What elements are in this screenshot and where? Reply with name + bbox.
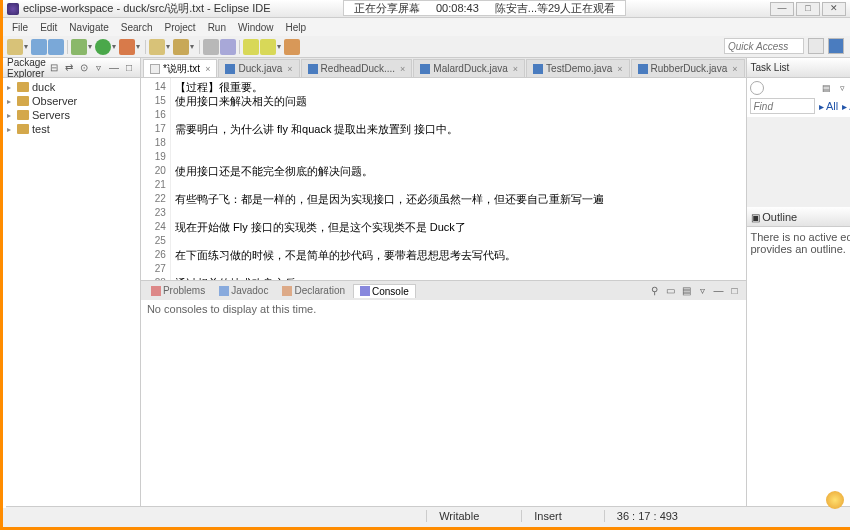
main-toolbar: ▾ ▾ ▾ ▾ ▾ ▾ ▾ — [3, 36, 850, 58]
status-bar: Writable Insert 36 : 17 : 493 — [6, 506, 850, 524]
open-icon[interactable]: ▤ — [680, 284, 694, 298]
quick-access-input[interactable] — [724, 38, 804, 54]
nav-back-icon[interactable] — [243, 39, 259, 55]
menu-help[interactable]: Help — [281, 22, 312, 33]
close-tab-icon[interactable]: × — [513, 64, 518, 74]
task-all-link[interactable]: ▸ All — [819, 100, 838, 112]
menu-window[interactable]: Window — [233, 22, 279, 33]
code-line[interactable] — [175, 206, 742, 220]
close-tab-icon[interactable]: × — [732, 64, 737, 74]
max-icon[interactable]: □ — [728, 284, 742, 298]
tip-icon[interactable] — [826, 491, 844, 509]
menu-search[interactable]: Search — [116, 22, 158, 33]
coverage-icon[interactable] — [119, 39, 135, 55]
search-icon[interactable] — [220, 39, 236, 55]
project-tree[interactable]: ▸duck▸Observer▸Servers▸test — [3, 78, 140, 508]
code-line[interactable]: 使用接口来解决相关的问题 — [175, 94, 742, 108]
console-view[interactable]: No consoles to display at this time. — [141, 300, 746, 508]
menu-project[interactable]: Project — [160, 22, 201, 33]
min-icon[interactable]: — — [712, 284, 726, 298]
code-line[interactable] — [175, 136, 742, 150]
editor-tab[interactable]: *说明.txt× — [143, 59, 218, 77]
tasklist-header: Task List — □ — [747, 58, 851, 78]
open-type-icon[interactable] — [203, 39, 219, 55]
code-line[interactable] — [175, 234, 742, 248]
display-icon[interactable]: ▭ — [664, 284, 678, 298]
close-tab-icon[interactable]: × — [400, 64, 405, 74]
tree-node-test[interactable]: ▸test — [7, 122, 136, 136]
menu-file[interactable]: File — [7, 22, 33, 33]
code-line[interactable]: 在下面练习做的时候，不是简单的抄代码，要带着思想思考去写代码。 — [175, 248, 742, 262]
view-tab-problems[interactable]: Problems — [145, 284, 211, 297]
outline-title: ▣ Outline — [751, 211, 851, 223]
link-editor-icon[interactable]: ⇄ — [62, 61, 76, 75]
code-line[interactable]: 需要明白，为什么讲 fly 和quack 提取出来放置到 接口中。 — [175, 122, 742, 136]
code-line[interactable]: 【过程】很重要。 — [175, 80, 742, 94]
editor-tab[interactable]: RubberDuck.java× — [631, 59, 745, 77]
view-menu-icon[interactable]: ▿ — [92, 61, 106, 75]
editor-tab[interactable]: TestDemo.java× — [526, 59, 629, 77]
editor-tab[interactable]: MalardDuck.java× — [413, 59, 525, 77]
run-icon[interactable] — [95, 39, 111, 55]
line-gutter: 1415161718192021222324252627282930313233… — [141, 78, 171, 280]
view-tab-declaration[interactable]: Declaration — [276, 284, 351, 297]
file-icon — [225, 64, 235, 74]
pin-icon[interactable] — [284, 39, 300, 55]
code-line[interactable] — [175, 150, 742, 164]
perspective-resource-icon[interactable] — [808, 38, 824, 54]
task-filter-icon[interactable]: ▿ — [836, 81, 850, 95]
focus-icon[interactable]: ⊙ — [77, 61, 91, 75]
collapse-all-icon[interactable]: ⊟ — [47, 61, 61, 75]
debug-icon[interactable] — [71, 39, 87, 55]
code-line[interactable] — [175, 262, 742, 276]
task-activate-link[interactable]: ▸ Activate... — [842, 100, 850, 112]
new-icon[interactable] — [7, 39, 23, 55]
menu-edit[interactable]: Edit — [35, 22, 62, 33]
tree-node-observer[interactable]: ▸Observer — [7, 94, 136, 108]
code-line[interactable]: 使用接口还是不能完全彻底的解决问题。 — [175, 164, 742, 178]
new-class-icon[interactable] — [173, 39, 189, 55]
minimize-button[interactable]: — — [770, 2, 794, 16]
close-tab-icon[interactable]: × — [287, 64, 292, 74]
left-pane: Package Explorer ⊟ ⇄ ⊙ ▿ — □ ▸duck▸Obser… — [3, 58, 141, 508]
minimize-view-icon[interactable]: — — [107, 61, 121, 75]
quick-access — [724, 38, 844, 54]
text-editor[interactable]: 1415161718192021222324252627282930313233… — [141, 78, 746, 280]
code-line[interactable]: 有些鸭子飞：都是一样的，但是因为实现接口，还必须虽然一样，但还要自己重新写一遍 — [175, 192, 742, 206]
perspective-java-icon[interactable] — [828, 38, 844, 54]
editor-tab[interactable]: Duck.java× — [218, 59, 299, 77]
tree-node-servers[interactable]: ▸Servers — [7, 108, 136, 122]
close-button[interactable]: ✕ — [822, 2, 846, 16]
tasklist-title: Task List — [751, 62, 851, 73]
code-line[interactable]: 现在开始做 Fly 接口的实现类，但是这个实现类不是 Duck了 — [175, 220, 742, 234]
maximize-view-icon[interactable]: □ — [122, 61, 136, 75]
close-tab-icon[interactable]: × — [205, 64, 210, 74]
view-tab-javadoc[interactable]: Javadoc — [213, 284, 274, 297]
menu-run[interactable]: Run — [203, 22, 231, 33]
save-icon[interactable] — [31, 39, 47, 55]
clear-icon[interactable]: ▿ — [696, 284, 710, 298]
task-find-input[interactable] — [750, 98, 815, 114]
menu-navigate[interactable]: Navigate — [64, 22, 113, 33]
editor-tab[interactable]: RedheadDuck....× — [301, 59, 413, 77]
code-line[interactable] — [175, 178, 742, 192]
pin-icon[interactable]: ⚲ — [648, 284, 662, 298]
nav-fwd-icon[interactable] — [260, 39, 276, 55]
status-insert: Insert — [521, 510, 574, 522]
view-icon — [360, 286, 370, 296]
eclipse-icon — [7, 3, 19, 15]
view-tab-console[interactable]: Console — [353, 284, 416, 298]
view-icon — [151, 286, 161, 296]
code-area[interactable]: 【过程】很重要。使用接口来解决相关的问题需要明白，为什么讲 fly 和quack… — [171, 78, 746, 280]
maximize-button[interactable]: □ — [796, 2, 820, 16]
code-line[interactable] — [175, 108, 742, 122]
outline-body: There is no active editor that provides … — [747, 227, 851, 508]
tree-node-duck[interactable]: ▸duck — [7, 80, 136, 94]
package-explorer-title: Package Explorer — [7, 57, 46, 79]
close-tab-icon[interactable]: × — [617, 64, 622, 74]
task-categorize-icon[interactable]: ▤ — [820, 81, 834, 95]
new-package-icon[interactable] — [149, 39, 165, 55]
task-new-icon[interactable] — [750, 81, 764, 95]
save-all-icon[interactable] — [48, 39, 64, 55]
screen-share-bar: 正在分享屏幕 00:08:43 陈安吉...等29人正在观看 — [343, 0, 626, 16]
